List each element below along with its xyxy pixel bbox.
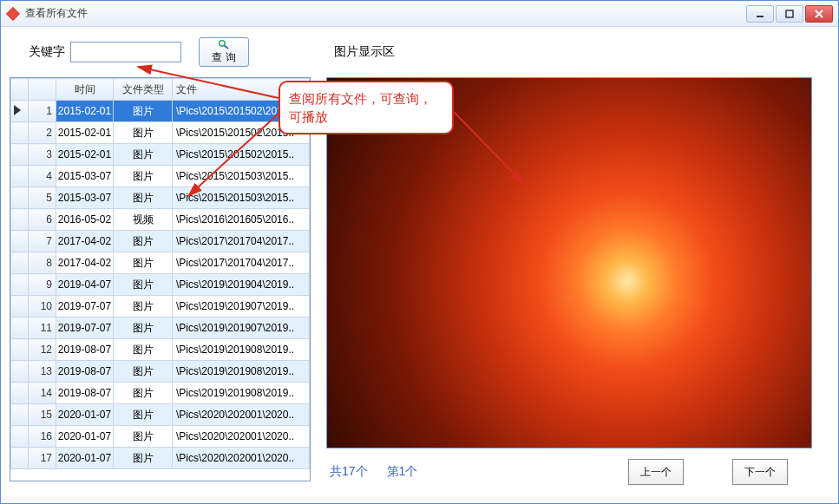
row-selector-cell <box>11 231 29 252</box>
close-icon <box>814 9 824 19</box>
row-index: 14 <box>29 383 56 404</box>
row-file: \Pics\2017\201704\2017.. <box>173 231 310 252</box>
table-row[interactable]: 82017-04-02图片\Pics\2017\201704\2017.. <box>11 252 310 274</box>
row-selector-cell <box>11 383 29 404</box>
row-index: 9 <box>29 274 56 296</box>
row-file: \Pics\2017\201704\2017.. <box>173 252 310 274</box>
row-type: 图片 <box>114 448 173 469</box>
app-icon <box>6 7 20 21</box>
row-index: 16 <box>29 426 56 448</box>
col-time[interactable]: 时间 <box>56 79 114 101</box>
row-type: 图片 <box>114 296 173 317</box>
row-file: \Pics\2020\202001\2020.. <box>173 404 310 426</box>
row-index: 8 <box>29 252 56 274</box>
row-time: 2019-08-07 <box>56 383 114 404</box>
row-selector-cell <box>11 361 29 383</box>
table-row[interactable]: 62016-05-02视频\Pics\2016\201605\2016.. <box>11 209 310 231</box>
minimize-button[interactable] <box>746 5 774 23</box>
close-button[interactable] <box>805 5 833 23</box>
row-type: 图片 <box>114 101 173 122</box>
table-row[interactable]: 52015-03-07图片\Pics\2015\201503\2015.. <box>11 187 310 209</box>
row-time: 2015-03-07 <box>56 166 114 187</box>
row-file: \Pics\2019\201907\2019.. <box>173 317 310 339</box>
keyword-label: 关键字 <box>29 44 65 60</box>
row-time: 2015-02-01 <box>56 122 114 144</box>
row-selector-cell <box>11 339 29 361</box>
table-row[interactable]: 142019-08-07图片\Pics\2019\201908\2019.. <box>11 383 310 404</box>
table-row[interactable]: 12015-02-01图片\Pics\2015\201502\2015.. <box>11 101 310 122</box>
table-row[interactable]: 22015-02-01图片\Pics\2015\201502\2015.. <box>11 122 310 144</box>
table-row[interactable]: 122019-08-07图片\Pics\2019\201908\2019.. <box>11 339 310 361</box>
col-selector <box>11 79 29 101</box>
query-button[interactable]: 查 询 <box>199 37 249 67</box>
row-type: 图片 <box>114 404 173 426</box>
row-time: 2015-02-01 <box>56 101 114 122</box>
row-index: 15 <box>29 404 56 426</box>
row-selector-cell <box>11 317 29 339</box>
client-area: 关键字 查 询 图片显示区 时间 文件类型 文件 <box>1 27 838 503</box>
row-time: 2019-04-07 <box>56 274 114 296</box>
col-type[interactable]: 文件类型 <box>114 79 173 101</box>
right-panel: 共17个 第1个 上一个 下一个 <box>326 77 829 485</box>
row-file: \Pics\2016\201605\2016.. <box>173 209 310 231</box>
row-selector-cell <box>11 274 29 296</box>
row-selector-cell <box>11 426 29 448</box>
col-index <box>29 79 56 101</box>
row-file: \Pics\2019\201907\2019.. <box>173 296 310 317</box>
row-index: 5 <box>29 187 56 209</box>
row-selector-cell <box>11 166 29 187</box>
row-selector-cell <box>11 209 29 231</box>
row-selector-cell <box>11 122 29 144</box>
search-bar: 关键字 查 询 图片显示区 <box>10 34 829 77</box>
table-row[interactable]: 162020-01-07图片\Pics\2020\202001\2020.. <box>11 426 310 448</box>
row-selector-cell <box>11 187 29 209</box>
row-time: 2020-01-07 <box>56 448 114 469</box>
row-index: 11 <box>29 317 56 339</box>
row-time: 2019-07-07 <box>56 296 114 317</box>
row-time: 2015-02-01 <box>56 144 114 166</box>
table-row[interactable]: 42015-03-07图片\Pics\2015\201503\2015.. <box>11 166 310 187</box>
row-file: \Pics\2015\201503\2015.. <box>173 187 310 209</box>
svg-point-4 <box>220 41 225 46</box>
table-row[interactable]: 72017-04-02图片\Pics\2017\201704\2017.. <box>11 231 310 252</box>
row-index: 1 <box>29 101 56 122</box>
table-row[interactable]: 32015-02-01图片\Pics\2015\201502\2015.. <box>11 144 310 166</box>
row-type: 图片 <box>114 144 173 166</box>
row-time: 2019-07-07 <box>56 317 114 339</box>
table-row[interactable]: 132019-08-07图片\Pics\2019\201908\2019.. <box>11 361 310 383</box>
table-row[interactable]: 152020-01-07图片\Pics\2020\202001\2020.. <box>11 404 310 426</box>
prev-button[interactable]: 上一个 <box>628 459 684 485</box>
row-type: 视频 <box>114 209 173 231</box>
image-area-label: 图片显示区 <box>334 44 395 60</box>
row-time: 2020-01-07 <box>56 426 114 448</box>
next-button[interactable]: 下一个 <box>732 459 788 485</box>
maximize-button[interactable] <box>776 5 803 23</box>
row-type: 图片 <box>114 317 173 339</box>
row-selector-cell <box>11 252 29 274</box>
row-time: 2017-04-02 <box>56 252 114 274</box>
row-index: 12 <box>29 339 56 361</box>
query-button-label: 查 询 <box>212 50 235 65</box>
row-time: 2015-03-07 <box>56 187 114 209</box>
table-row[interactable]: 172020-01-07图片\Pics\2020\202001\2020.. <box>11 448 310 469</box>
row-type: 图片 <box>114 383 173 404</box>
row-marker-icon <box>14 105 21 115</box>
table-row[interactable]: 92019-04-07图片\Pics\2019\201904\2019.. <box>11 274 310 296</box>
row-type: 图片 <box>114 187 173 209</box>
row-index: 2 <box>29 122 56 144</box>
row-time: 2016-05-02 <box>56 209 114 231</box>
table-row[interactable]: 102019-07-07图片\Pics\2019\201907\2019.. <box>11 296 310 317</box>
row-file: \Pics\2019\201908\2019.. <box>173 361 310 383</box>
row-index: 17 <box>29 448 56 469</box>
row-selector-cell <box>11 296 29 317</box>
row-selector-cell <box>11 101 29 122</box>
row-time: 2017-04-02 <box>56 231 114 252</box>
svg-rect-1 <box>786 10 793 17</box>
table-row[interactable]: 112019-07-07图片\Pics\2019\201907\2019.. <box>11 317 310 339</box>
keyword-input[interactable] <box>70 42 181 62</box>
row-type: 图片 <box>114 339 173 361</box>
row-time: 2019-08-07 <box>56 339 114 361</box>
row-index: 4 <box>29 166 56 187</box>
row-file: \Pics\2015\201502\2015.. <box>173 144 310 166</box>
file-table-container: 时间 文件类型 文件 12015-02-01图片\Pics\2015\20150… <box>10 77 311 481</box>
